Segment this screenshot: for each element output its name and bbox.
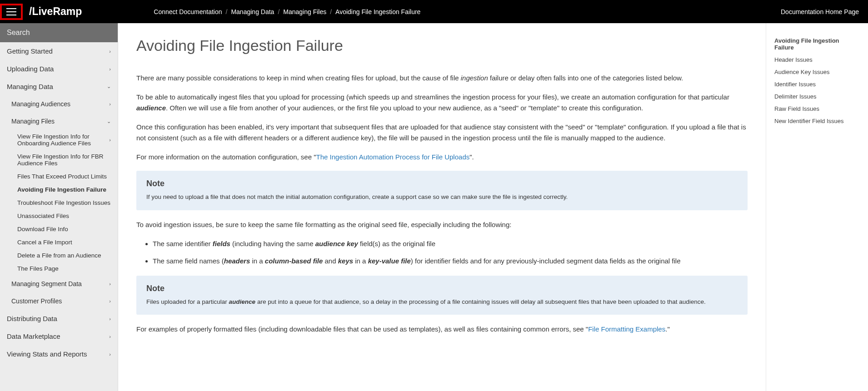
- sidebar-item-label: Avoiding File Ingestion Failure: [17, 186, 106, 193]
- note-title: Note: [146, 284, 738, 293]
- sidebar-item[interactable]: Managing Files⌄: [0, 113, 118, 130]
- chevron-right-icon: ›: [109, 49, 111, 54]
- breadcrumb-item[interactable]: Managing Data: [231, 8, 274, 15]
- sidebar-item[interactable]: The Files Page: [0, 262, 118, 275]
- sidebar-item[interactable]: Managing Audiences›: [0, 95, 118, 113]
- sidebar-item-label: Managing Segment Data: [11, 280, 82, 287]
- sidebar-item[interactable]: Unassociated Files: [0, 209, 118, 223]
- breadcrumb: Connect Documentation / Managing Data / …: [154, 8, 420, 15]
- page-title: Avoiding File Ingestion Failure: [136, 37, 748, 54]
- bullet-list: The same identifier fields (including ha…: [136, 238, 748, 267]
- sidebar-item-label: Delete a File from an Audience: [17, 252, 101, 259]
- sidebar-item[interactable]: Avoiding File Ingestion Failure: [0, 183, 118, 196]
- chevron-down-icon: ⌄: [107, 119, 111, 124]
- main-content: Avoiding File Ingestion Failure There ar…: [118, 23, 766, 391]
- paragraph: For more information on the automation c…: [136, 152, 748, 163]
- toc-item[interactable]: Identifier Issues: [774, 78, 855, 90]
- hamburger-highlight: [0, 4, 23, 20]
- sidebar-item-label: Unassociated Files: [17, 213, 69, 219]
- sidebar-item[interactable]: Files That Exceed Product Limits: [0, 170, 118, 183]
- breadcrumb-item[interactable]: Managing Files: [283, 8, 326, 15]
- sidebar-item[interactable]: Data Marketplace›: [0, 327, 118, 345]
- sidebar-item-label: View File Ingestion Info for Onboarding …: [17, 133, 109, 147]
- inline-link[interactable]: File Formatting Examples: [588, 325, 665, 333]
- paragraph: To be able to automatically ingest files…: [136, 92, 748, 114]
- table-of-contents: Avoiding File Ingestion FailureHeader Is…: [766, 23, 863, 391]
- note-body: If you need to upload a file that does n…: [146, 192, 738, 202]
- top-header: /LiveRamp Connect Documentation / Managi…: [0, 0, 868, 23]
- layout: Search Getting Started›Uploading Data›Ma…: [0, 23, 868, 391]
- breadcrumb-item[interactable]: Connect Documentation: [154, 8, 222, 15]
- sidebar-item-label: Files That Exceed Product Limits: [17, 173, 107, 180]
- chevron-right-icon: ›: [109, 101, 111, 107]
- sidebar-item-label: Viewing Stats and Reports: [7, 350, 87, 358]
- sidebar-item-label: Managing Files: [11, 118, 55, 125]
- sidebar-item[interactable]: Getting Started›: [0, 42, 118, 60]
- paragraph: For examples of properly formatted files…: [136, 324, 748, 335]
- breadcrumb-item[interactable]: Avoiding File Ingestion Failure: [335, 8, 420, 15]
- chevron-down-icon: ⌄: [107, 84, 111, 89]
- toc-item[interactable]: New Identifier Field Issues: [774, 115, 855, 127]
- note-body: Files uploaded for a particular audience…: [146, 297, 738, 307]
- toc-item[interactable]: Raw Field Issues: [774, 103, 855, 115]
- chevron-right-icon: ›: [109, 66, 111, 72]
- paragraph: There are many possible considerations t…: [136, 73, 748, 84]
- logo[interactable]: /LiveRamp: [29, 5, 82, 18]
- sidebar-item-label: The Files Page: [17, 265, 59, 272]
- chevron-right-icon: ›: [109, 351, 111, 357]
- sidebar-item-label: Data Marketplace: [7, 332, 60, 340]
- breadcrumb-sep: /: [330, 8, 332, 15]
- sidebar: Search Getting Started›Uploading Data›Ma…: [0, 23, 118, 391]
- breadcrumb-sep: /: [278, 8, 279, 15]
- paragraph: Once this configuration has been enabled…: [136, 122, 748, 144]
- chevron-right-icon: ›: [109, 298, 111, 304]
- toc-item[interactable]: Audience Key Issues: [774, 66, 855, 78]
- sidebar-item[interactable]: Customer Profiles›: [0, 292, 118, 310]
- hamburger-menu-icon[interactable]: [6, 8, 16, 15]
- sidebar-item-label: Uploading Data: [7, 65, 54, 73]
- sidebar-item[interactable]: Distributing Data›: [0, 310, 118, 327]
- sidebar-item-label: Managing Data: [7, 83, 53, 90]
- list-item: The same identifier fields (including ha…: [153, 238, 748, 249]
- chevron-right-icon: ›: [109, 334, 111, 339]
- note-title: Note: [146, 179, 738, 188]
- chevron-right-icon: ›: [109, 316, 111, 322]
- sidebar-item-label: Getting Started: [7, 47, 53, 55]
- sidebar-item[interactable]: Delete a File from an Audience: [0, 249, 118, 262]
- chevron-right-icon: ›: [109, 281, 111, 287]
- sidebar-item[interactable]: View File Ingestion Info for Onboarding …: [0, 130, 118, 150]
- sidebar-item[interactable]: Troubleshoot File Ingestion Issues: [0, 196, 118, 209]
- toc-item[interactable]: Delimiter Issues: [774, 90, 855, 103]
- sidebar-item-label: View File Ingestion Info for FBR Audienc…: [17, 153, 111, 167]
- sidebar-item-label: Troubleshoot File Ingestion Issues: [17, 199, 110, 206]
- sidebar-item-label: Managing Audiences: [11, 100, 70, 108]
- inline-link[interactable]: The Ingestion Automation Process for Fil…: [316, 153, 470, 161]
- toc-item[interactable]: Avoiding File Ingestion Failure: [774, 35, 855, 54]
- sidebar-item-label: Download File Info: [17, 226, 68, 233]
- sidebar-item[interactable]: Uploading Data›: [0, 60, 118, 78]
- sidebar-item-label: Customer Profiles: [11, 297, 62, 305]
- note-box: Note Files uploaded for a particular aud…: [136, 276, 748, 315]
- sidebar-item-label: Cancel a File Import: [17, 239, 72, 246]
- doc-home-link[interactable]: Documentation Home Page: [781, 8, 859, 15]
- paragraph: To avoid ingestion issues, be sure to ke…: [136, 219, 748, 230]
- sidebar-item[interactable]: Cancel a File Import: [0, 236, 118, 249]
- sidebar-item-label: Distributing Data: [7, 315, 57, 322]
- sidebar-item[interactable]: Viewing Stats and Reports›: [0, 345, 118, 363]
- sidebar-item[interactable]: Managing Data⌄: [0, 78, 118, 95]
- sidebar-item[interactable]: View File Ingestion Info for FBR Audienc…: [0, 150, 118, 170]
- search-input[interactable]: Search: [0, 23, 118, 42]
- breadcrumb-sep: /: [226, 8, 228, 15]
- note-box: Note If you need to upload a file that d…: [136, 171, 748, 210]
- toc-item[interactable]: Header Issues: [774, 54, 855, 66]
- chevron-right-icon: ›: [109, 137, 111, 143]
- sidebar-item[interactable]: Download File Info: [0, 223, 118, 236]
- list-item: The same field names (headers in a colum…: [153, 256, 748, 267]
- sidebar-item[interactable]: Managing Segment Data›: [0, 275, 118, 292]
